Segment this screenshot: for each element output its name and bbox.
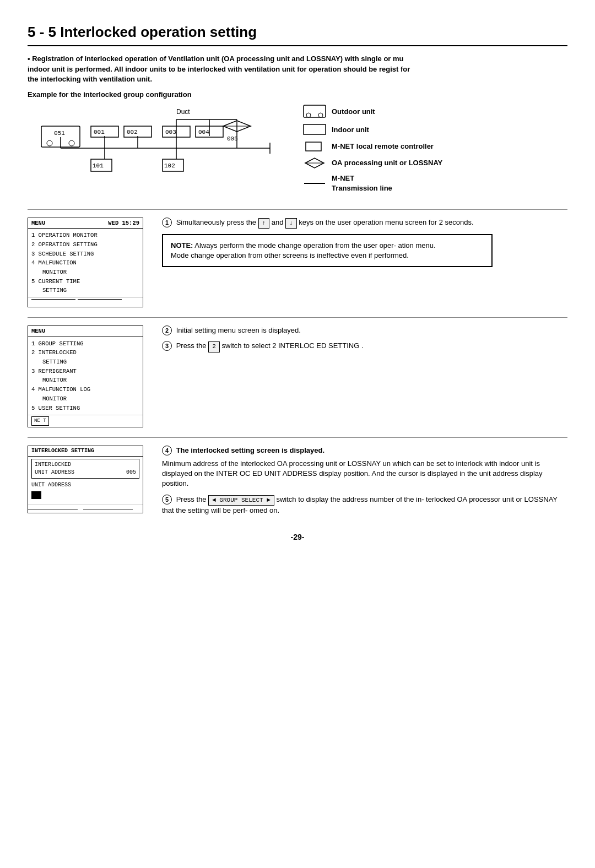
menu1-item4: 4 MALFUNCTION bbox=[31, 258, 139, 268]
svg-point-13 bbox=[69, 140, 74, 146]
interlocked-screen: INTERLOCKED SETTING INTERLOCKED UNIT ADD… bbox=[28, 446, 143, 513]
intro-text: • Registration of interlocked operation … bbox=[28, 54, 413, 84]
interlocked-sub-label: UNIT ADDRESS bbox=[31, 481, 139, 489]
step2-row: MENU 1 GROUP SETTING 2 INTERLOCKED SETTI… bbox=[28, 317, 567, 427]
step1-content: 1 Simultaneously press the ↑ and ↓ keys … bbox=[162, 218, 567, 268]
step4-detail: Minimum address of the interlocked OA pr… bbox=[162, 459, 567, 489]
step1-screen: MENU WED 15:29 1 OPERATION MONITOR 2 OPE… bbox=[28, 218, 149, 308]
menu2-header: MENU bbox=[28, 326, 143, 337]
menu2-item4b: MONITOR bbox=[31, 394, 139, 404]
menu1-item2: 2 OPERATION SETTING bbox=[31, 240, 139, 249]
step2-circle: 2 bbox=[162, 326, 172, 335]
legend: Outdoor unit Indoor unit M-NET local rem… bbox=[303, 104, 442, 198]
key1-button[interactable]: ↑ bbox=[258, 218, 270, 229]
svg-point-12 bbox=[47, 140, 52, 146]
step1-desc-mid: and bbox=[272, 218, 285, 226]
key3-button[interactable]: 2 bbox=[208, 341, 220, 352]
indoor-label: Indoor unit bbox=[332, 125, 369, 135]
outdoor-label: Outdoor unit bbox=[332, 107, 375, 117]
interlocked-inner-title1: INTERLOCKED bbox=[35, 461, 71, 469]
menu2-footer: NE T bbox=[28, 415, 143, 427]
menu2-header-left: MENU bbox=[31, 327, 45, 335]
svg-rect-35 bbox=[304, 124, 326, 134]
menu1-item3: 3 SCHEDULE SETTING bbox=[31, 249, 139, 259]
outdoor-unit-icon bbox=[303, 104, 326, 120]
page-number: -29- bbox=[28, 532, 567, 543]
menu1-item1: 1 OPERATION MONITOR bbox=[31, 231, 139, 240]
duct-label: Duct bbox=[176, 108, 190, 116]
legend-oa: OA processing unit or LOSSNAY bbox=[303, 157, 442, 169]
note-line2: Mode change operation from other screens… bbox=[171, 251, 409, 259]
svg-point-34 bbox=[318, 113, 323, 117]
interlocked-inner-box: INTERLOCKED UNIT ADDRESS 005 bbox=[31, 459, 139, 479]
cursor-block bbox=[31, 491, 41, 499]
oa-unit-icon bbox=[303, 157, 326, 169]
step2-description: 2 Initial setting menu screen is display… bbox=[162, 326, 567, 335]
step2-desc-text: Initial setting menu screen is displayed… bbox=[176, 326, 301, 334]
menu2-item3: 3 REFRIGERANT bbox=[31, 367, 139, 376]
step5-circle: 5 bbox=[162, 495, 172, 504]
key2-button[interactable]: ↓ bbox=[285, 218, 297, 229]
diagram-svg: Duct 051 bbox=[28, 104, 286, 195]
step3-description: 3 Press the 2 switch to select 2 INTERLO… bbox=[162, 341, 567, 352]
step3-screen: INTERLOCKED SETTING INTERLOCKED UNIT ADD… bbox=[28, 446, 149, 513]
legend-outdoor: Outdoor unit bbox=[303, 104, 442, 120]
step3-content: 4 The interlocked setting screen is disp… bbox=[162, 446, 567, 516]
svg-text:051: 051 bbox=[54, 130, 65, 137]
svg-text:002: 002 bbox=[127, 129, 138, 135]
menu1-body: 1 OPERATION MONITOR 2 OPERATION SETTING … bbox=[28, 229, 143, 297]
indoor-unit-icon bbox=[303, 124, 326, 136]
legend-indoor: Indoor unit bbox=[303, 124, 442, 136]
interlocked-inner-row2: UNIT ADDRESS 005 bbox=[35, 469, 136, 476]
transmission-label: M-NETTransmission line bbox=[332, 173, 392, 193]
step2-content: 2 Initial setting menu screen is display… bbox=[162, 326, 567, 352]
menu1-item5b: SETTING bbox=[31, 286, 139, 295]
menu1-header-left: MENU bbox=[31, 219, 45, 227]
note-content: NOTE: Always perform the mode change ope… bbox=[171, 241, 484, 261]
step3-circle: 3 bbox=[162, 341, 172, 351]
step5-desc: 5 Press the ◄ GROUP SELECT ► switch to d… bbox=[162, 495, 567, 516]
group-select-button[interactable]: ◄ GROUP SELECT ► bbox=[208, 495, 274, 506]
svg-text:005: 005 bbox=[227, 135, 238, 142]
cursor-block-wrap bbox=[31, 491, 139, 502]
step3-post: switch to select 2 INTERLOC ED SETTING . bbox=[221, 341, 363, 350]
interlocked-title: INTERLOCKED SETTING bbox=[28, 446, 143, 457]
step1-desc-text: Simultaneously press the bbox=[176, 218, 256, 226]
svg-text:001: 001 bbox=[94, 129, 105, 135]
menu2-item5: 5 USER SETTING bbox=[31, 404, 139, 413]
menu2-body: 1 GROUP SETTING 2 INTERLOCKED SETTING 3 … bbox=[28, 337, 143, 415]
page-title: 5 - 5 Interlocked operation setting bbox=[28, 22, 567, 46]
step1-description: 1 Simultaneously press the ↑ and ↓ keys … bbox=[162, 218, 567, 229]
step2-screen: MENU 1 GROUP SETTING 2 INTERLOCKED SETTI… bbox=[28, 326, 149, 427]
diagram-section: Duct 051 bbox=[28, 104, 567, 198]
step4-desc: 4 The interlocked setting screen is disp… bbox=[162, 446, 567, 455]
transmission-line-icon bbox=[303, 177, 326, 189]
menu2-item1: 1 GROUP SETTING bbox=[31, 339, 139, 349]
interlocked-inner-row1: INTERLOCKED bbox=[35, 461, 136, 469]
menu2-item2b: SETTING bbox=[31, 357, 139, 367]
menu1-screen: MENU WED 15:29 1 OPERATION MONITOR 2 OPE… bbox=[28, 218, 143, 308]
mnet-icon bbox=[303, 140, 326, 153]
interlocked-inner-title2: UNIT ADDRESS bbox=[35, 469, 74, 476]
step4-desc-text: The interlocked setting screen is displa… bbox=[176, 446, 324, 454]
step1-desc-end: keys on the user operation menu screen f… bbox=[299, 218, 473, 226]
note-prefix: NOTE: bbox=[171, 241, 193, 249]
footer-net-btn[interactable]: NE T bbox=[31, 416, 49, 426]
menu2-screen: MENU 1 GROUP SETTING 2 INTERLOCKED SETTI… bbox=[28, 326, 143, 427]
legend-mnet: M-NET local remote controller bbox=[303, 140, 442, 153]
interlocked-body: INTERLOCKED UNIT ADDRESS 005 UNIT ADDRES… bbox=[28, 457, 143, 504]
legend-transmission: M-NETTransmission line bbox=[303, 173, 442, 193]
svg-text:004: 004 bbox=[198, 129, 209, 135]
step1-circle: 1 bbox=[162, 218, 172, 227]
example-title: Example for the interlocked group config… bbox=[28, 90, 567, 100]
menu1-item5: 5 CURRENT TIME bbox=[31, 277, 139, 286]
step3-row: INTERLOCKED SETTING INTERLOCKED UNIT ADD… bbox=[28, 437, 567, 516]
step4-circle: 4 bbox=[162, 446, 172, 455]
interlocked-inner-value: 005 bbox=[126, 469, 136, 476]
note-line1: Always perform the mode change operation… bbox=[194, 241, 435, 249]
network-diagram: Duct 051 bbox=[28, 104, 286, 192]
svg-point-33 bbox=[306, 113, 311, 117]
note-box: NOTE: Always perform the mode change ope… bbox=[162, 234, 493, 267]
svg-rect-32 bbox=[304, 105, 326, 117]
svg-rect-36 bbox=[306, 142, 321, 151]
